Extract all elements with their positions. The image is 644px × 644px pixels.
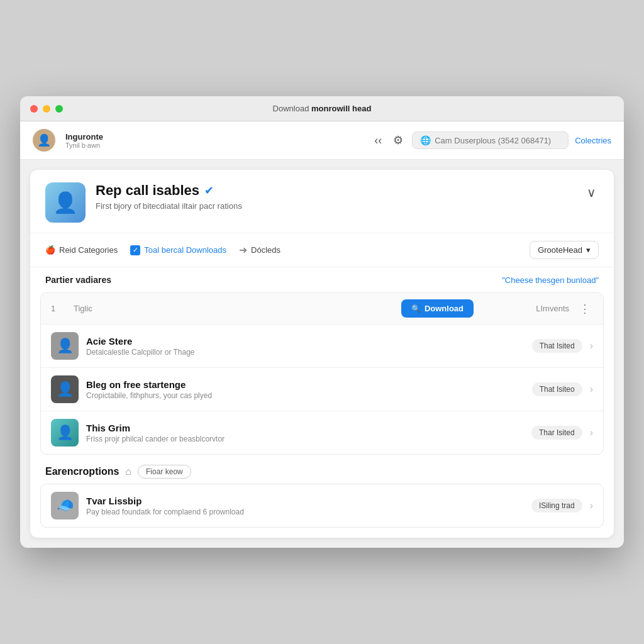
- verified-badge: ✔: [204, 184, 214, 197]
- item-avatar: 👤: [51, 332, 79, 360]
- filter-downloads[interactable]: ✓ Toal bercal Downloads: [130, 245, 226, 255]
- section1-link[interactable]: "Cheese thesgen bunload": [502, 275, 599, 285]
- download-button[interactable]: 🔍 Download: [401, 299, 474, 318]
- window-title: Download monrowill head: [273, 104, 372, 113]
- item-info: Bleg on free startenge Cropictabile, fit…: [86, 379, 525, 400]
- chevron-right-icon: ›: [590, 427, 593, 438]
- search-input[interactable]: [435, 136, 560, 145]
- app-window: Download monrowill head 👤 Inguronte Tyni…: [20, 96, 624, 548]
- user-avatar: 👤: [33, 129, 55, 152]
- status-badge: ISiling trad: [531, 499, 582, 513]
- traffic-lights: [30, 105, 63, 113]
- arrow-icon: ➜: [239, 244, 247, 256]
- globe-icon: 🌐: [420, 135, 431, 145]
- item-desc: Friss projr philcal cander or beasblcorv…: [86, 435, 524, 443]
- back-button[interactable]: ‹‹: [372, 131, 384, 150]
- item-desc: Pay blead foundatk for complaend 6 prown…: [86, 508, 524, 516]
- item-name: Tvar Lissbip: [86, 496, 524, 506]
- nav-link[interactable]: Colectries: [575, 136, 611, 145]
- item-avatar: 👤: [51, 419, 79, 447]
- collapse-button[interactable]: ∨: [584, 182, 599, 203]
- status-badge: That Isiteo: [532, 382, 582, 396]
- status-badge: Thar Isited: [531, 426, 582, 440]
- section2-title: Earencroptions: [45, 466, 119, 477]
- section2-list-table: 🧢 Tvar Lissbip Pay blead foundatk for co…: [40, 484, 604, 528]
- more-options-icon[interactable]: ⋮: [577, 302, 593, 316]
- list-item[interactable]: 👤 Acie Stere Detalcalestle Calcpillor or…: [41, 325, 603, 368]
- item-name: Acie Stere: [86, 336, 525, 347]
- list-item[interactable]: 🧢 Tvar Lissbip Pay blead foundatk for co…: [41, 484, 603, 527]
- chevron-right-icon: ›: [590, 340, 593, 352]
- minimize-button[interactable]: [43, 105, 50, 113]
- list-item[interactable]: 👤 This Grim Friss projr philcal cander o…: [41, 411, 603, 454]
- col-status-header: LImvents: [481, 304, 569, 313]
- section2-badge-button[interactable]: Fioar keow: [138, 465, 191, 479]
- title-bar: Download monrowill head: [20, 96, 624, 121]
- main-panel: 👤 Rep call isables ✔ First bjory of bite…: [30, 170, 614, 538]
- filter-docleds[interactable]: ➜ Dócleds: [239, 244, 280, 256]
- list-table: 1 Tiglic 🔍 Download LImvents ⋮ 👤 Acie St…: [40, 292, 604, 455]
- profile-name-row: Rep call isables ✔: [96, 182, 574, 199]
- user-subtitle: Tynil b·awn: [65, 142, 362, 149]
- item-info: Tvar Lissbip Pay blead foundatk for comp…: [86, 496, 524, 516]
- col-title: Tiglic: [74, 304, 394, 313]
- section2-header: Earencroptions ⌂ Fioar keow: [30, 455, 614, 484]
- status-badge: That Isited: [532, 339, 582, 353]
- item-info: This Grim Friss projr philcal cander or …: [86, 423, 524, 443]
- profile-info: Rep call isables ✔ First bjory of bitecd…: [96, 182, 574, 211]
- section2-block: Earencroptions ⌂ Fioar keow 🧢 Tvar Lissb…: [30, 455, 614, 538]
- settings-button[interactable]: ⚙: [391, 131, 406, 150]
- chevron-right-icon: ›: [590, 384, 593, 395]
- table-header-row: 1 Tiglic 🔍 Download LImvents ⋮: [41, 293, 603, 325]
- item-name: Bleg on free startenge: [86, 379, 525, 390]
- home-icon: ⌂: [125, 466, 131, 477]
- profile-name: Rep call isables: [96, 182, 199, 199]
- maximize-button[interactable]: [55, 105, 63, 113]
- item-avatar: 🧢: [51, 492, 79, 519]
- sort-dropdown[interactable]: GrooteHead ▾: [530, 241, 599, 259]
- user-info: Inguronte Tynil b·awn: [65, 132, 362, 149]
- item-desc: Cropictabile, fithphurs, your cas plyed: [86, 391, 525, 400]
- profile-avatar: 👤: [45, 182, 86, 223]
- search-icon: 🔍: [411, 304, 421, 313]
- section1-header: Partier vadiares "Cheese thesgen bunload…: [30, 267, 614, 292]
- chevron-right-icon: ›: [590, 500, 593, 511]
- nav-controls: ‹‹ ⚙ 🌐 Colectries: [372, 131, 611, 150]
- section1-title: Partier vadiares: [45, 275, 111, 285]
- item-avatar: 👤: [51, 375, 79, 403]
- item-name: This Grim: [86, 423, 524, 433]
- chevron-down-icon: ▾: [586, 245, 591, 255]
- profile-description: First bjory of bitecdiatal iltair pacr r…: [96, 201, 574, 211]
- apple-icon: 🍎: [45, 245, 55, 255]
- checkbox-icon: ✓: [130, 245, 140, 255]
- filter-bar: 🍎 Reid Categories ✓ Toal bercal Download…: [30, 233, 614, 267]
- close-button[interactable]: [30, 105, 38, 113]
- list-item[interactable]: 👤 Bleg on free startenge Cropictabile, f…: [41, 368, 603, 411]
- top-nav: 👤 Inguronte Tynil b·awn ‹‹ ⚙ 🌐 Colectrie…: [20, 121, 624, 160]
- item-info: Acie Stere Detalcalestle Calcpillor or T…: [86, 336, 525, 357]
- col-number: 1: [51, 304, 66, 313]
- user-name: Inguronte: [65, 132, 362, 142]
- item-desc: Detalcalestle Calcpillor or Thage: [86, 348, 525, 357]
- profile-header: 👤 Rep call isables ✔ First bjory of bite…: [30, 170, 614, 233]
- search-bar: 🌐: [412, 131, 569, 149]
- filter-reid-categories[interactable]: 🍎 Reid Categories: [45, 245, 118, 255]
